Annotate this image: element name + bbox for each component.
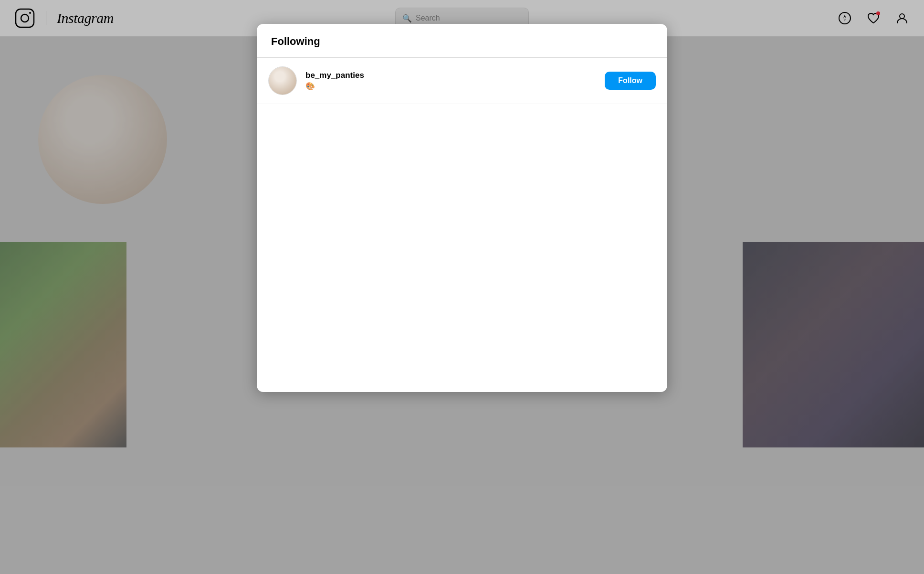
user-username[interactable]: be_my_panties (305, 71, 605, 80)
following-item: be_my_panties 🎨 Follow (257, 58, 667, 104)
follow-button[interactable]: Follow (605, 72, 656, 90)
modal-body: be_my_panties 🎨 Follow (257, 58, 667, 392)
user-subtitle: 🎨 (305, 82, 605, 91)
following-modal: Following be_my_panties 🎨 Follow (257, 24, 667, 392)
modal-header: Following (257, 24, 667, 58)
user-info: be_my_panties 🎨 (305, 71, 605, 91)
user-avatar[interactable] (268, 66, 297, 95)
modal-title: Following (271, 35, 320, 47)
avatar-image (269, 67, 296, 95)
